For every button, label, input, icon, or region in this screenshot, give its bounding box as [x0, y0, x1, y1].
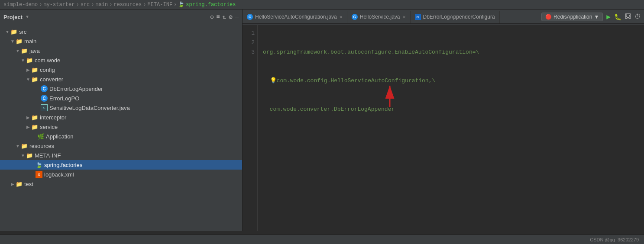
tree-arrow-meta-inf: ▼	[20, 153, 26, 158]
file-tree: ▼ 📁 src ▼ 📁 main ▼ 📁 java ▼ 📁 com.wode	[0, 25, 243, 231]
tree-item-main[interactable]: ▼ 📁 main	[0, 36, 242, 46]
folder-icon-meta-inf: 📁	[26, 152, 33, 159]
tab-close-icon[interactable]: ✕	[402, 15, 406, 19]
run-config-dropdown[interactable]: ▼	[594, 14, 599, 20]
line-numbers: 1 2 3	[243, 25, 258, 231]
code-text: com.wode.converter.DbErrorLogAppender	[263, 105, 395, 114]
breadcrumb-item[interactable]: main	[95, 2, 108, 8]
tree-item-resources[interactable]: ▼ 📁 resources	[0, 141, 242, 151]
app-icon: 🌿	[37, 133, 44, 140]
tree-label-src: src	[19, 29, 26, 35]
run-config-selector[interactable]: 🔴 RedisApplication ▼	[541, 13, 603, 21]
tree-item-meta-inf[interactable]: ▼ 📁 META-INF	[0, 151, 242, 160]
breadcrumb-item[interactable]: src	[81, 2, 90, 8]
tree-arrow-src: ▼	[4, 29, 10, 34]
xml-icon: X	[36, 171, 42, 178]
project-toolbar-icons: ⊕ ≡ ⇅ ⚙ —	[210, 13, 239, 21]
tree-item-config[interactable]: ▶ 📁 config	[0, 65, 242, 74]
tree-item-logback-xml[interactable]: X logback.xml	[0, 170, 242, 179]
tree-arrow-resources: ▼	[15, 144, 21, 148]
code-editor[interactable]: 1 2 3 org.springframework.boot.autoconfi…	[243, 25, 644, 231]
tree-item-src[interactable]: ▼ 📁 src	[0, 27, 242, 36]
tree-item-application[interactable]: 🌿 Application	[0, 132, 242, 141]
toolbar-icon-sort[interactable]: ⇅	[223, 13, 226, 21]
tab-icon-db: C	[415, 14, 421, 20]
tree-item-spring-factories[interactable]: 🍃 spring.factories	[0, 160, 242, 170]
project-panel: Project ▼ ⊕ ≡ ⇅ ⚙ —	[0, 10, 243, 25]
tab-label: DbErrorLogAppenderConfigura	[423, 14, 495, 20]
tree-label-logback-xml: logback.xml	[44, 171, 74, 178]
tree-item-db-error-log-appender[interactable]: C DbErrorLogAppender	[0, 84, 242, 93]
code-line-3: com.wode.converter.DbErrorLogAppender	[263, 105, 639, 114]
tree-label-db-error-log-appender: DbErrorLogAppender	[49, 86, 103, 92]
file-icon-sensitive: S	[41, 104, 48, 111]
breadcrumb-item[interactable]: resources	[113, 2, 142, 8]
tree-arrow-com-wode: ▼	[20, 58, 26, 63]
toolbar-icon-settings[interactable]: ⚙	[229, 13, 232, 21]
code-line-2: 💡com.wode.config.HelloServiceAutoConfigu…	[263, 76, 639, 86]
run-config-icon: 🔴	[545, 14, 552, 20]
breadcrumb-sep: ›	[109, 2, 112, 8]
debug-button[interactable]: 🐛	[614, 13, 621, 21]
tree-arrow-service: ▶	[25, 125, 31, 129]
tree-item-interceptor[interactable]: ▶ 📁 interceptor	[0, 112, 242, 122]
breadcrumb-active: spring.factories	[186, 2, 236, 8]
tab-hello-service[interactable]: C HelloService.java ✕	[347, 11, 411, 23]
tree-item-error-log-po[interactable]: C ErrorLogPO	[0, 93, 242, 103]
folder-icon-java: 📁	[21, 48, 28, 54]
folder-icon-main: 📁	[16, 38, 23, 45]
toolbar-icon-collapse[interactable]: ≡	[216, 13, 220, 21]
tree-label-spring-factories: spring.factories	[44, 162, 82, 168]
code-text: org.springframework.boot.autoconfigure.E…	[263, 48, 479, 57]
folder-icon-config: 📁	[31, 67, 38, 73]
breadcrumb-item[interactable]: simple-demo	[3, 2, 38, 8]
breadcrumb-sep: ›	[143, 2, 146, 8]
coverage-button[interactable]: ⛾	[625, 13, 631, 20]
toolbar-icon-scope[interactable]: ⊕	[210, 13, 214, 21]
tree-label-test: test	[24, 181, 33, 187]
toolbar-icon-minimize[interactable]: —	[235, 13, 239, 21]
tree-item-com-wode[interactable]: ▼ 📁 com.wode	[0, 55, 242, 65]
breadcrumb-sep: ›	[91, 2, 94, 8]
tree-label-config: config	[40, 67, 55, 73]
csdn-label: CSDN @qq_36202279	[590, 237, 639, 242]
tree-label-interceptor: interceptor	[40, 114, 66, 121]
tree-item-sensitive-log[interactable]: S SensitiveLogDataConverter.java	[0, 103, 242, 112]
lightbulb-icon: 💡	[270, 76, 277, 86]
breadcrumb-sep: ›	[39, 2, 42, 8]
tree-arrow-test: ▶	[10, 182, 16, 186]
tree-label-meta-inf: META-INF	[35, 152, 61, 159]
breadcrumb-item[interactable]: my-starter	[43, 2, 74, 8]
tab-label: HelloServiceAutoConfiguration.java	[255, 14, 337, 20]
tree-arrow-converter: ▼	[25, 77, 31, 82]
run-button[interactable]: ▶	[606, 13, 611, 21]
tree-label-application: Application	[46, 133, 74, 140]
tree-arrow-config: ▶	[25, 67, 31, 72]
breadcrumb-sep: ›	[76, 2, 79, 8]
profile-button[interactable]: ⏱	[634, 13, 641, 20]
tree-item-converter[interactable]: ▼ 📁 converter	[0, 74, 242, 84]
status-bar: CSDN @qq_36202279	[0, 234, 644, 244]
file-icon-c-db-error: C	[41, 85, 48, 92]
breadcrumb-item[interactable]: META-INF	[147, 2, 172, 8]
tab-label: HelloService.java	[360, 14, 400, 20]
tabs-bar: C HelloServiceAutoConfiguration.java ✕ C…	[243, 11, 644, 24]
file-icon-c-error-log: C	[41, 95, 48, 102]
tree-arrow-main: ▼	[10, 39, 16, 44]
tree-item-service[interactable]: ▶ 📁 service	[0, 122, 242, 132]
project-dropdown-arrow[interactable]: ▼	[26, 15, 29, 19]
tree-item-test[interactable]: ▶ 📁 test	[0, 179, 242, 189]
folder-icon-src: 📁	[10, 29, 17, 35]
tab-icon-c: C	[247, 14, 253, 20]
tree-label-java: java	[29, 48, 40, 54]
folder-icon-resources: 📁	[21, 143, 28, 149]
breadcrumb-bar: simple-demo › my-starter › src › main › …	[0, 0, 644, 10]
tree-label-converter: converter	[40, 76, 63, 83]
tree-label-service: service	[40, 124, 58, 130]
code-line-1: org.springframework.boot.autoconfigure.E…	[263, 48, 639, 57]
tab-db-error-log-appender-config[interactable]: C DbErrorLogAppenderConfigura	[411, 11, 500, 23]
tree-item-java[interactable]: ▼ 📁 java	[0, 46, 242, 55]
tab-close-icon[interactable]: ✕	[339, 15, 343, 19]
tab-hello-service-auto-config[interactable]: C HelloServiceAutoConfiguration.java ✕	[243, 11, 347, 23]
folder-icon-service: 📁	[31, 124, 38, 130]
